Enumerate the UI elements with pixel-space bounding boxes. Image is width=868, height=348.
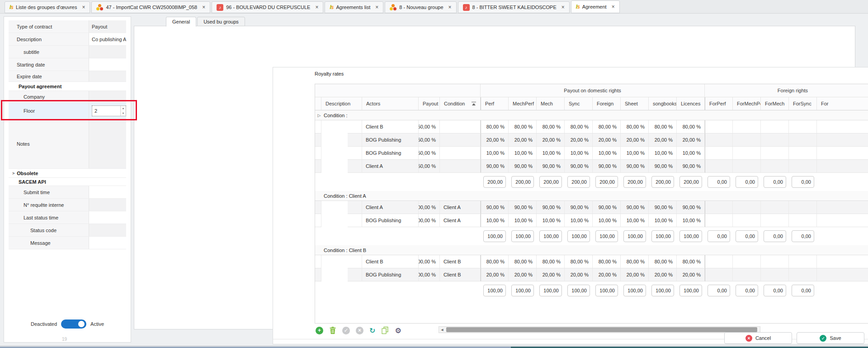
close-icon[interactable]: × xyxy=(375,4,378,10)
column-header-for[interactable]: For xyxy=(817,97,868,110)
field-value[interactable] xyxy=(89,186,126,198)
actors-cell[interactable]: Client B xyxy=(362,120,419,133)
rate-cell[interactable]: 20,00 % xyxy=(565,268,593,281)
rate-cell[interactable] xyxy=(789,147,817,160)
spinner-down-icon[interactable]: ▼ xyxy=(121,111,126,116)
rate-cell[interactable]: 80,00 % xyxy=(565,255,593,268)
rate-cell[interactable] xyxy=(705,201,733,214)
rate-cell[interactable] xyxy=(789,160,817,173)
group-row[interactable]: Condition : Client B xyxy=(315,245,868,255)
field-value[interactable] xyxy=(89,58,126,71)
rate-cell[interactable] xyxy=(761,160,789,173)
payout-base-cell[interactable]: 50,00 % xyxy=(419,120,440,133)
tab-6[interactable]: lsAgreement× xyxy=(571,0,620,13)
table-row[interactable]: BOG Publishing50,00 %10,00 %10,00 %10,00… xyxy=(315,147,868,160)
rate-cell[interactable]: 80,00 % xyxy=(537,255,565,268)
settings-button[interactable]: ⚙ xyxy=(395,327,401,334)
column-header-description[interactable]: Description xyxy=(321,97,362,110)
rate-cell[interactable] xyxy=(705,255,733,268)
rate-cell[interactable] xyxy=(733,268,761,281)
rate-cell[interactable] xyxy=(705,133,733,147)
rate-cell[interactable]: 90,00 % xyxy=(509,160,537,173)
table-row[interactable]: BOG Publishing50,00 %20,00 %20,00 %20,00… xyxy=(315,133,868,147)
tab-1[interactable]: 47 - ImportCat CWR CW250008IMP_058× xyxy=(91,1,210,13)
tab-0[interactable]: lsListe des groupes d'œuvres× xyxy=(5,1,90,13)
table-row[interactable]: BOG Publishing100,00 %Client B20,00 %20,… xyxy=(315,268,868,281)
condition-cell[interactable]: Client A xyxy=(440,214,481,227)
tab-3[interactable]: lsAgreements list× xyxy=(325,1,383,13)
payout-base-cell[interactable]: 100,00 % xyxy=(419,268,440,281)
rate-cell[interactable] xyxy=(733,255,761,268)
rate-cell[interactable]: 80,00 % xyxy=(509,120,537,133)
rate-cell[interactable]: 90,00 % xyxy=(649,201,677,214)
rate-cell[interactable]: 80,00 % xyxy=(621,120,649,133)
table-horizontal-scrollbar[interactable]: ◀ xyxy=(439,326,760,333)
column-header-payout-b[interactable]: Payout b xyxy=(419,97,440,110)
rate-cell[interactable]: 80,00 % xyxy=(649,120,677,133)
sort-ascending-icon[interactable] xyxy=(472,102,476,106)
field-value[interactable] xyxy=(89,211,126,224)
rate-cell[interactable]: 80,00 % xyxy=(677,255,705,268)
rate-cell[interactable] xyxy=(705,120,733,133)
close-icon[interactable]: × xyxy=(561,4,565,10)
table-row[interactable]: BOG Publishing100,00 %Client A10,00 %10,… xyxy=(315,214,868,227)
actors-cell[interactable]: Client A xyxy=(362,201,419,214)
condition-cell[interactable] xyxy=(440,160,481,173)
rate-cell[interactable]: 90,00 % xyxy=(649,160,677,173)
cancel-button[interactable]: × Cancel xyxy=(724,332,792,344)
rate-cell[interactable]: 90,00 % xyxy=(621,160,649,173)
rate-cell[interactable]: 10,00 % xyxy=(621,214,649,227)
close-icon[interactable]: × xyxy=(612,4,615,10)
column-header-formechperf[interactable]: ForMechPerf xyxy=(733,97,761,110)
payout-base-cell[interactable]: 100,00 % xyxy=(419,255,440,268)
group-row[interactable]: Condition : Client A xyxy=(315,191,868,201)
add-button[interactable]: + xyxy=(316,327,323,334)
rate-cell[interactable]: 80,00 % xyxy=(677,120,705,133)
rate-cell[interactable] xyxy=(761,120,789,133)
rate-cell[interactable]: 90,00 % xyxy=(621,201,649,214)
condition-cell[interactable] xyxy=(440,120,481,133)
spinner-up-icon[interactable]: ▲ xyxy=(121,106,126,111)
rate-cell[interactable]: 20,00 % xyxy=(593,268,621,281)
payout-base-cell[interactable]: 100,00 % xyxy=(419,214,440,227)
actors-cell[interactable]: BOG Publishing xyxy=(362,147,419,160)
description-cell[interactable] xyxy=(348,160,362,173)
rate-cell[interactable]: 20,00 % xyxy=(621,133,649,147)
rate-cell[interactable]: 20,00 % xyxy=(481,268,509,281)
payout-base-cell[interactable]: 50,00 % xyxy=(419,147,440,160)
rate-cell[interactable] xyxy=(789,214,817,227)
table-row[interactable]: Client A100,00 %Client A90,00 %90,00 %90… xyxy=(315,201,868,214)
rate-cell[interactable]: 20,00 % xyxy=(649,268,677,281)
tab-general[interactable]: General xyxy=(166,17,196,27)
rate-cell[interactable] xyxy=(789,255,817,268)
rate-cell[interactable] xyxy=(761,133,789,147)
field-value[interactable] xyxy=(89,199,126,211)
rate-cell[interactable] xyxy=(705,214,733,227)
rate-cell[interactable] xyxy=(733,201,761,214)
delete-button[interactable] xyxy=(329,326,336,334)
tab-4[interactable]: 8 - Nouveau groupe× xyxy=(385,1,456,13)
column-header-sheet[interactable]: Sheet xyxy=(621,97,649,110)
save-button[interactable]: ✓ Save xyxy=(797,332,864,344)
rate-cell[interactable]: 80,00 % xyxy=(481,120,509,133)
rate-cell[interactable]: 10,00 % xyxy=(509,214,537,227)
rate-cell[interactable]: 20,00 % xyxy=(649,133,677,147)
rate-cell[interactable]: 90,00 % xyxy=(677,201,705,214)
column-header-licences[interactable]: Licences xyxy=(677,97,705,110)
rate-cell[interactable]: 90,00 % xyxy=(481,160,509,173)
scroll-left-icon[interactable]: ◀ xyxy=(439,328,445,332)
description-cell[interactable] xyxy=(348,255,362,268)
column-header-forperf[interactable]: ForPerf xyxy=(705,97,733,110)
rate-cell[interactable]: 20,00 % xyxy=(593,133,621,147)
rate-cell[interactable]: 10,00 % xyxy=(481,214,509,227)
rate-cell[interactable] xyxy=(705,147,733,160)
rate-cell[interactable]: 20,00 % xyxy=(677,268,705,281)
rate-cell[interactable]: 90,00 % xyxy=(537,201,565,214)
rate-cell[interactable]: 20,00 % xyxy=(677,133,705,147)
rate-cell[interactable] xyxy=(733,214,761,227)
rate-cell[interactable]: 90,00 % xyxy=(481,201,509,214)
description-cell[interactable] xyxy=(348,120,362,133)
description-cell[interactable] xyxy=(348,147,362,160)
field-value[interactable] xyxy=(89,46,126,58)
column-header-formech[interactable]: ForMech xyxy=(761,97,789,110)
